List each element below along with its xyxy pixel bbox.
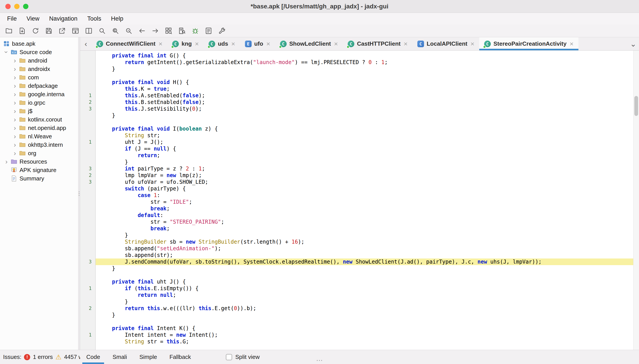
code-line[interactable]: if (J == null) { <box>80 146 633 152</box>
view-tab-simple[interactable]: Simple <box>133 350 163 364</box>
code-line[interactable]: switch (pairType) { <box>80 185 633 192</box>
tree-item-summary[interactable]: Summary <box>0 174 78 183</box>
code-line[interactable]: } <box>80 112 633 119</box>
tree-chevron-icon[interactable]: › <box>3 48 10 56</box>
view-tab-smali[interactable]: Smali <box>106 350 133 364</box>
tab-showledclient[interactable]: CShowLedClient× <box>275 37 343 50</box>
tab-casthttpclient[interactable]: CCastHTTPClient× <box>343 37 413 50</box>
tab-close-icon[interactable]: × <box>231 40 235 48</box>
code-line[interactable] <box>80 72 633 79</box>
tab-connectwificlient[interactable]: CConnectWifiClient× <box>92 37 167 50</box>
menu-tools[interactable]: Tools <box>82 13 106 24</box>
navigate-back-button[interactable] <box>136 26 148 36</box>
sidebar-splitter[interactable]: ⋮ <box>78 37 80 350</box>
code-line[interactable]: break; <box>80 225 633 232</box>
tree-item-net-openid-app[interactable]: ›net.openid.app <box>0 124 78 132</box>
tree-item-org[interactable]: ›org <box>0 149 78 158</box>
tree-chevron-icon[interactable]: › <box>11 141 19 148</box>
code-line[interactable]: str = "IDLE"; <box>80 199 633 205</box>
preferences-button[interactable] <box>216 26 228 36</box>
tree-chevron-icon[interactable]: › <box>11 107 19 115</box>
code-line[interactable]: 3 int pairType = z ? 2 : 1; <box>80 165 633 172</box>
zoom-window-button[interactable] <box>23 4 29 9</box>
tree-item-defpackage[interactable]: ›defpackage <box>0 82 78 90</box>
tab-kng[interactable]: Ckng× <box>167 37 204 50</box>
tree-chevron-icon[interactable]: › <box>11 57 19 64</box>
tree-chevron-icon[interactable]: › <box>11 90 19 98</box>
deobfuscation-button[interactable] <box>163 26 174 36</box>
code-line[interactable]: 2 return this.w.e(((llr) this.E.get(0)).… <box>80 305 633 312</box>
tree-chevron-icon[interactable]: › <box>11 150 19 157</box>
export-button[interactable] <box>56 26 68 36</box>
save-all-button[interactable] <box>43 26 55 36</box>
code-line[interactable]: default: <box>80 212 633 218</box>
view-tab-code[interactable]: Code <box>80 350 106 364</box>
class-search-button[interactable] <box>110 26 121 36</box>
tree-chevron-icon[interactable]: › <box>11 124 19 132</box>
tab-localapiclient[interactable]: CLocalAPIClient× <box>413 37 479 50</box>
menu-view[interactable]: View <box>22 13 44 24</box>
tab-close-icon[interactable]: × <box>334 40 338 48</box>
code-line[interactable]: 1 if (this.E.isEmpty()) { <box>80 285 633 292</box>
tab-close-icon[interactable]: × <box>404 40 408 48</box>
tab-stereopaircreationactivity[interactable]: CStereoPairCreationActivity× <box>479 37 578 50</box>
code-line[interactable]: return null; <box>80 292 633 298</box>
code-line[interactable]: break; <box>80 205 633 212</box>
code-line[interactable] <box>80 119 633 126</box>
menu-navigation[interactable]: Navigation <box>44 13 83 24</box>
split-panels-button[interactable] <box>83 26 95 36</box>
code-line[interactable]: } <box>80 298 633 305</box>
code-line[interactable]: this.K = true; <box>80 86 633 92</box>
tab-close-icon[interactable]: × <box>266 40 270 48</box>
code-line[interactable]: String str; <box>80 132 633 139</box>
tree-chevron-icon[interactable]: › <box>11 99 19 106</box>
code-line[interactable]: str = "STEREO_PAIRING"; <box>80 218 633 225</box>
code-line[interactable]: String str = this.G; <box>80 338 633 345</box>
code-line[interactable]: sb.append(str); <box>80 252 633 258</box>
tree-chevron-icon[interactable]: › <box>11 74 19 81</box>
close-window-button[interactable] <box>5 4 11 9</box>
code-editor[interactable]: private final int G() { return getIntent… <box>80 50 633 350</box>
code-line[interactable]: 1 this.A.setEnabled(false); <box>80 92 633 99</box>
reload-button[interactable] <box>30 26 41 36</box>
panel-gripper-icon[interactable]: ⋯ <box>316 356 323 364</box>
code-line[interactable]: private final int G() { <box>80 52 633 59</box>
scrollbar-thumb[interactable] <box>634 96 638 116</box>
tree-item-nl-weave[interactable]: ›nl.Weave <box>0 132 78 140</box>
tree-chevron-icon[interactable]: › <box>11 116 19 123</box>
log-viewer-button[interactable] <box>203 26 214 36</box>
tree-item-j[interactable]: ›j$ <box>0 107 78 115</box>
tabs-overflow-button[interactable]: ⌄ <box>627 37 639 50</box>
code-line[interactable] <box>80 272 633 278</box>
tab-close-icon[interactable]: × <box>195 40 199 48</box>
tree-item-io-grpc[interactable]: ›io.grpc <box>0 98 78 107</box>
code-line[interactable]: 1 Intent intent = new Intent(); <box>80 332 633 338</box>
dock-panel-button[interactable] <box>70 26 81 36</box>
menu-file[interactable]: File <box>2 13 22 24</box>
code-line[interactable]: } <box>80 159 633 165</box>
tree-chevron-icon[interactable]: › <box>11 82 19 90</box>
tree-item-apk-signature[interactable]: APK signature <box>0 166 78 174</box>
tab-close-icon[interactable]: × <box>159 40 163 48</box>
tree-item-google-interna[interactable]: ›google.interna <box>0 90 78 98</box>
code-line[interactable]: case 1: <box>80 192 633 199</box>
tree-chevron-icon[interactable]: › <box>3 158 10 165</box>
code-line[interactable]: StringBuilder sb = new StringBuilder(str… <box>80 238 633 245</box>
code-line[interactable]: 3 ufo ufoVar = ufo.SHOW_LED; <box>80 179 633 185</box>
tab-close-icon[interactable]: × <box>569 40 573 48</box>
tab-uds[interactable]: Cuds× <box>204 37 240 50</box>
tree-item-android[interactable]: ›android <box>0 56 78 65</box>
tree-item-resources[interactable]: ›Resources <box>0 158 78 166</box>
debugger-button[interactable] <box>189 26 201 36</box>
code-line[interactable]: 2 lmp lmpVar = new lmp(z); <box>80 172 633 179</box>
tree-item-base-apk[interactable]: base.apk <box>0 40 78 48</box>
code-line[interactable]: private final void I(boolean z) { <box>80 126 633 132</box>
view-tab-fallback[interactable]: Fallback <box>163 350 197 364</box>
code-line[interactable] <box>80 318 633 325</box>
tree-item-com[interactable]: ›com <box>0 73 78 82</box>
menu-help[interactable]: Help <box>106 13 128 24</box>
code-line[interactable]: private final Intent K() { <box>80 325 633 332</box>
add-files-button[interactable] <box>17 26 28 36</box>
tab-close-icon[interactable]: × <box>470 40 474 48</box>
code-line[interactable]: 3 J.sendCommand(ufoVar, sb.toString(), S… <box>80 258 633 265</box>
